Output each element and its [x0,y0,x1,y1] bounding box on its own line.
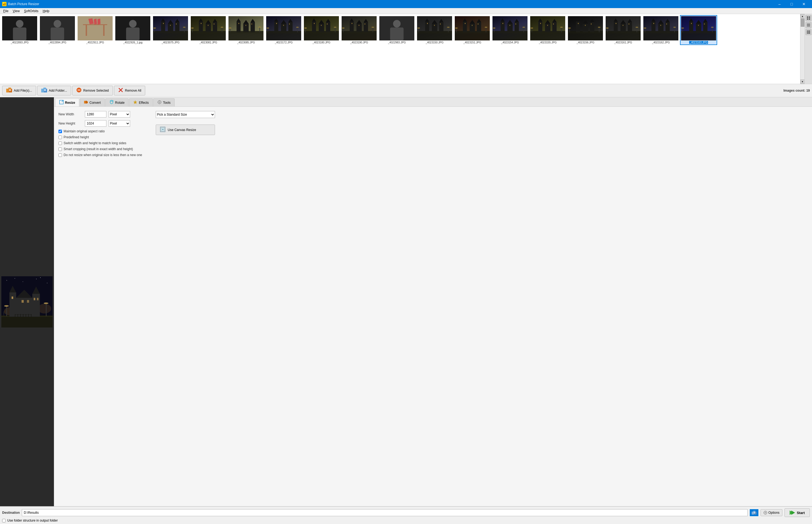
svg-point-355 [36,279,37,279]
svg-marker-253 [652,18,656,21]
add-files-button[interactable]: Add File(s)... [2,86,36,95]
list-item[interactable]: _4022926_1.jpg [114,15,151,45]
svg-marker-274 [696,20,701,24]
destination-label: Destination [2,511,20,514]
svg-marker-62 [243,20,249,24]
list-item[interactable]: _4023156.JPG [567,15,604,45]
width-input[interactable] [85,111,106,117]
smart-cropping-checkbox[interactable] [58,147,62,151]
options-button[interactable]: Options [761,509,782,516]
svg-marker-121 [364,19,368,22]
app-container: _4022893.JPG _4022894.JPG _4022911.JPG _… [0,14,812,524]
maintain-aspect-label[interactable]: Maintain original aspect ratio [64,129,105,133]
add-files-label: Add File(s)... [14,89,32,93]
image-grid[interactable]: _4022893.JPG _4022894.JPG _4022911.JPG _… [0,14,800,84]
height-input[interactable] [85,120,106,127]
tab-convert[interactable]: Convert [80,98,105,107]
scroll-up-button[interactable]: ▲ [800,14,805,18]
do-not-resize-label[interactable]: Do not resize when original size is less… [64,153,142,157]
svg-rect-322 [1,315,52,327]
width-unit-select[interactable]: Pixel Percent Inch Cm [108,111,130,117]
use-canvas-resize-button[interactable]: Use Canvas Resize [156,125,215,135]
svg-rect-299 [807,32,808,32]
remove-all-button[interactable]: Remove All [114,86,146,95]
list-item[interactable]: _4023163.JPG [680,15,717,45]
scroll-down-button[interactable]: ▼ [800,80,805,84]
folder-structure-checkbox[interactable] [2,519,6,522]
image-filename: _4023085.JPG [237,41,255,44]
add-folder-button[interactable]: Add Folder... [37,86,71,95]
tab-resize[interactable]: Resize [55,98,79,107]
svg-rect-53 [208,25,208,26]
do-not-resize-checkbox[interactable] [58,153,62,157]
svg-point-263 [673,27,676,28]
svg-rect-49 [222,28,222,32]
predefined-height-checkbox[interactable] [58,135,62,139]
scroll-thumb[interactable] [801,19,805,27]
list-item[interactable]: _4023155.JPG [529,15,566,45]
list-item[interactable]: _4022894.JPG [39,15,76,45]
list-item[interactable]: _4023162.JPG [642,15,679,45]
svg-rect-331 [21,300,24,303]
list-item[interactable]: _4023151.JPG [454,15,491,45]
tab-rotate[interactable]: Rotate [105,98,129,107]
svg-marker-139 [425,18,429,21]
svg-rect-44 [213,22,217,32]
thumbnail-view-button[interactable] [806,15,811,21]
list-item[interactable]: _4023075.JPG [152,15,189,45]
grid-view-button[interactable] [806,29,811,35]
destination-input[interactable] [22,509,748,516]
tab-effects[interactable]: Effects [129,98,152,107]
svg-rect-142 [439,22,443,32]
svg-marker-102 [326,19,330,22]
list-item[interactable]: _4023180.JPG [303,15,340,45]
image-filename: _4023172.JPG [275,41,293,44]
list-view-button[interactable] [806,22,811,28]
svg-rect-137 [417,31,452,40]
resize-tab-icon [59,100,64,105]
svg-marker-236 [621,20,626,24]
list-item[interactable]: _4023190.JPG [340,15,378,45]
menu-file[interactable]: File [1,9,11,14]
predefined-height-label[interactable]: Predefined height [64,135,89,139]
svg-rect-246 [623,25,623,26]
maximize-button[interactable]: □ [785,0,798,8]
list-item[interactable]: _4022911.JPG [77,15,114,45]
list-item[interactable]: _4022983.JPG [378,15,416,45]
start-button[interactable]: Start [784,508,810,517]
switch-width-height-checkbox[interactable] [58,142,62,145]
svg-rect-350 [31,314,32,317]
svg-marker-234 [614,18,618,21]
svg-rect-307 [9,87,11,89]
height-unit-select[interactable]: Pixel Percent Inch Cm [108,120,130,127]
tab-tools[interactable]: Tools [153,98,174,107]
list-item[interactable]: _4022893.JPG [1,15,38,45]
svg-rect-348 [26,314,26,317]
svg-rect-209 [553,23,554,24]
svg-rect-314 [45,89,45,91]
image-filename: _4022894.JPG [49,41,67,44]
list-item[interactable]: _4023161.JPG [605,15,642,45]
list-item[interactable]: _4023154.JPG [491,15,528,45]
remove-selected-button[interactable]: Remove Selected [72,86,113,95]
browse-destination-button[interactable] [750,509,758,516]
folder-structure-label[interactable]: Use folder structure in output folder [7,519,58,522]
standard-size-select[interactable]: Pick a Standard Size 640x480 800x600 102… [156,111,215,118]
list-item[interactable]: _4023150.JPG [416,15,453,45]
svg-rect-379 [754,512,755,514]
scrollbar[interactable]: ▲ ▼ [800,14,805,84]
menu-softorbits[interactable]: SoftOrbits [22,9,40,14]
list-item[interactable]: _4023081.JPG [190,15,227,45]
list-item[interactable]: _4023172.JPG [265,15,302,45]
close-button[interactable]: ✕ [798,0,810,8]
maintain-aspect-checkbox[interactable] [58,130,62,133]
smart-cropping-label[interactable]: Smart cropping (result in exact width an… [64,147,133,151]
list-item[interactable]: _4023085.JPG [227,15,265,45]
minimize-button[interactable]: – [774,0,785,8]
menu-help[interactable]: Help [41,9,52,14]
svg-rect-3 [3,3,4,3]
svg-rect-190 [515,23,516,24]
menu-view[interactable]: View [11,9,22,14]
svg-rect-346 [20,314,21,317]
switch-width-height-label[interactable]: Switch width and height to match long si… [64,141,126,145]
